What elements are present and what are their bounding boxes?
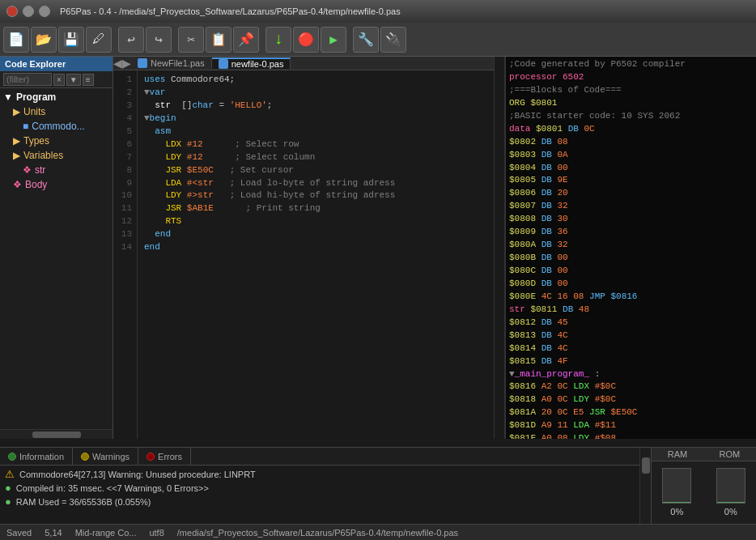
tab-warnings[interactable]: Warnings (73, 448, 138, 465)
tree-label-body: Body (25, 179, 47, 190)
close-button[interactable] (6, 6, 18, 17)
build-button[interactable]: ↓ (265, 27, 291, 53)
tree-item-program[interactable]: ▼ Program (0, 90, 113, 104)
asm-panel: ;Code generated by P6502 compiler proces… (505, 57, 756, 439)
line-numbers: 12345 678910 11121314 (113, 70, 138, 439)
info-icon-2: ● (5, 495, 11, 508)
sidebar-item-body[interactable]: ❖ Body (0, 177, 113, 192)
asm-lda: $081D A9 11 LDA #$11 (509, 419, 753, 432)
messages-scroll-thumb[interactable] (642, 457, 650, 474)
sidebar-item-str[interactable]: ❖ str (0, 163, 113, 177)
var-icon: ❖ (23, 164, 32, 176)
filter-extra-button[interactable]: ≡ (83, 74, 94, 86)
code-editor[interactable]: 12345 678910 11121314 uses Commodore64; … (113, 70, 494, 439)
code-tree: ▼ Program ▶ Units ■ Commodo... ▶ Types ▶… (0, 88, 113, 429)
asm-data-080c: $080C DB 00 (509, 265, 753, 278)
tree-label-commodo: Commodo... (32, 121, 84, 132)
asm-data-0815: $0815 DB 4F (509, 355, 753, 368)
tab-newfile1[interactable]: NewFile1.pas (131, 58, 212, 68)
asm-main-lbl: ▼_main_program_ : (509, 368, 753, 381)
tree-label-program: Program (16, 91, 56, 103)
sidebar-scroll-thumb[interactable] (32, 432, 81, 438)
folder-icon-types: ▶ (13, 135, 20, 147)
sidebar-item-types[interactable]: ▶ Types (0, 134, 113, 148)
warn-icon-0: ⚠ (5, 468, 15, 480)
err-dot (147, 453, 155, 461)
filter-options-button[interactable]: ▼ (66, 74, 81, 86)
msg-text-0: Commodore64[27,13] Warning: Unused proce… (19, 470, 256, 479)
asm-data-0808: $0808 DB 30 (509, 213, 753, 226)
tree-label-variables: Variables (23, 150, 63, 161)
sidebar-title: Code Explorer (5, 59, 66, 69)
save-button[interactable]: 💾 (58, 27, 84, 53)
run-button[interactable]: ▶ (321, 27, 346, 53)
asm-data-0802: $0802 DB 08 (509, 136, 753, 149)
ram-percent: 0% (670, 507, 683, 517)
asm-data-0806: $0806 DB 20 (509, 187, 753, 200)
info-dot (8, 453, 16, 461)
body-icon: ❖ (13, 179, 22, 190)
asm-data-0813: $0813 DB 4C (509, 330, 753, 342)
asm-data-080d: $080D DB 00 (509, 278, 753, 291)
asm-data-0804: $0804 DB 00 (509, 162, 753, 175)
collapse-icon: ▼ (3, 91, 13, 103)
status-saved: Saved (6, 528, 32, 538)
new-button[interactable]: 📄 (3, 27, 29, 53)
undo-button[interactable]: ↩ (118, 27, 144, 53)
asm-basic-cmt: ;BASIC starter code: 10 SYS 2062 (509, 110, 753, 123)
save-all-button[interactable]: 🖊 (86, 27, 112, 53)
window-title: P65Pas - 0.4 - /media/sf_Proyectos_Softw… (60, 6, 401, 16)
msg-line-2: ● RAM Used = 36/65536B (0.055%) (5, 495, 646, 508)
status-position: 5,14 (45, 528, 62, 538)
options-button[interactable]: 🔌 (380, 27, 406, 53)
maximize-button[interactable] (39, 6, 50, 17)
tabs-bar: ◀ ▶ NewFile1.pas newfile-0.pas (113, 57, 494, 70)
filter-input[interactable] (3, 73, 52, 86)
sidebar-item-commodore[interactable]: ■ Commodo... (0, 119, 113, 134)
asm-data-0814: $0814 DB 4C (509, 342, 753, 355)
open-button[interactable]: 📂 (31, 27, 57, 53)
ram-rom-header: RAM ROM (652, 448, 756, 461)
stop-button[interactable]: 🔴 (293, 27, 319, 53)
tab-information-label: Information (19, 452, 64, 461)
tab-errors-label: Errors (158, 452, 182, 461)
rom-label: ROM (720, 449, 741, 459)
sidebar-item-units[interactable]: ▶ Units (0, 104, 113, 119)
sidebar-item-variables[interactable]: ▶ Variables (0, 148, 113, 163)
ram-gauge: 0% (662, 468, 691, 517)
statusbar: Saved 5,14 Mid-range Co... utf8 /media/s… (0, 524, 756, 540)
messages-vscroll[interactable] (639, 448, 651, 525)
tab-errors[interactable]: Errors (138, 448, 191, 465)
file-icon: ■ (23, 121, 28, 132)
tab-icon-newfile1 (138, 58, 147, 68)
tab-information[interactable]: Information (0, 448, 73, 465)
minimize-button[interactable] (23, 6, 34, 17)
copy-button[interactable]: 📋 (206, 27, 231, 53)
editor-vscroll[interactable] (494, 57, 505, 439)
asm-jsr-e50c: $081A 20 0C E5 JSR $E50C (509, 406, 753, 419)
sidebar: Code Explorer × ▼ ≡ ▼ Program ▶ Units ■ … (0, 57, 113, 439)
msg-text-2: RAM Used = 36/65536B (0.055%) (16, 497, 151, 507)
msg-text-1: Compiled in: 35 msec. <<7 Warnings, 0 Er… (16, 483, 209, 493)
tab-nav-back[interactable]: ◀ (113, 57, 122, 70)
cut-button[interactable]: ✂ (178, 27, 204, 53)
folder-icon-vars: ▶ (13, 150, 20, 161)
sidebar-scrollbar[interactable] (0, 429, 113, 439)
ram-rom-panel: RAM ROM 0% 0% (651, 448, 756, 525)
msg-line-0: ⚠ Commodore64[27,13] Warning: Unused pro… (5, 467, 646, 481)
asm-header: ;Code generated by P6502 compiler (509, 58, 753, 71)
sidebar-header: Code Explorer (0, 57, 113, 71)
bottom-panel: Information Warnings Errors ⚠ Commodore6… (0, 447, 756, 524)
tab-nav-forward[interactable]: ▶ (122, 57, 131, 70)
code-content[interactable]: uses Commodore64; ▼var str []char = 'HEL… (138, 70, 494, 439)
redo-button[interactable]: ↪ (146, 27, 172, 53)
warn-dot (81, 453, 89, 461)
rom-gauge: 0% (716, 468, 745, 517)
paste-button[interactable]: 📌 (233, 27, 259, 53)
info-icon-1: ● (5, 482, 11, 494)
filter-clear-button[interactable]: × (53, 74, 65, 86)
asm-data-080b: $080B DB 00 (509, 252, 753, 265)
tab-newfile0[interactable]: newfile-0.pas (212, 57, 291, 69)
tools-button[interactable]: 🔧 (353, 27, 379, 53)
tree-label-str: str (35, 164, 45, 176)
